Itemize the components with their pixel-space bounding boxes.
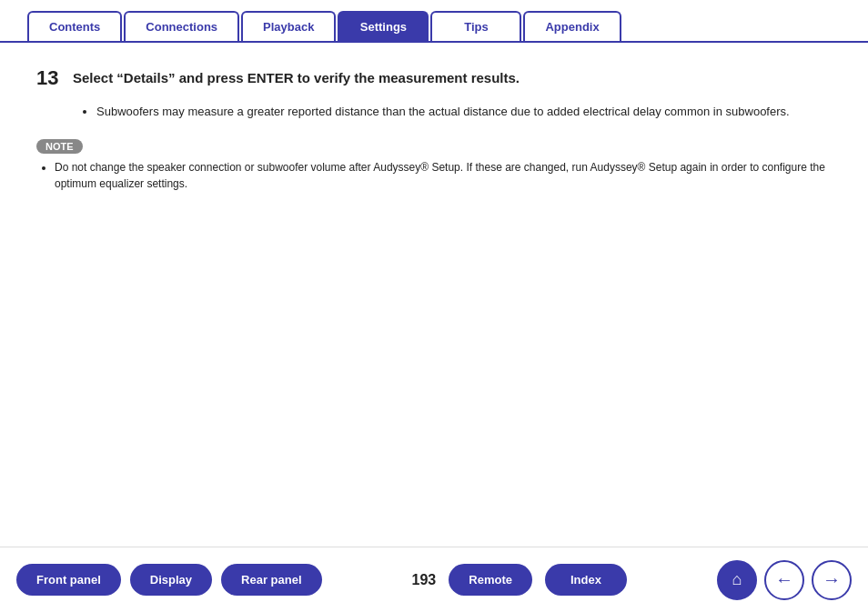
home-icon: ⌂ (732, 570, 742, 589)
bottom-right: ⌂ ← → (717, 560, 852, 600)
tab-settings[interactable]: Settings (338, 11, 429, 41)
bottom-bar: Front panel Display Rear panel 193 Remot… (0, 547, 868, 612)
back-icon: ← (775, 569, 793, 590)
nav-tabs: Contents Connections Playback Settings T… (0, 0, 868, 43)
remote-button[interactable]: Remote (449, 564, 532, 596)
home-button[interactable]: ⌂ (717, 560, 757, 600)
bottom-left: Front panel Display Rear panel (16, 564, 322, 596)
rear-panel-button[interactable]: Rear panel (221, 564, 321, 596)
back-button[interactable]: ← (764, 560, 804, 600)
tab-playback[interactable]: Playback (241, 11, 336, 41)
main-content: 13 Select “Details” and press ENTER to v… (0, 43, 868, 214)
tab-connections[interactable]: Connections (124, 11, 239, 41)
display-button[interactable]: Display (130, 564, 212, 596)
tab-appendix[interactable]: Appendix (523, 11, 621, 41)
note-item-0: Do not change the speaker connection or … (55, 159, 832, 192)
forward-button[interactable]: → (812, 560, 852, 600)
step-number: 13 (36, 66, 73, 90)
page-number: 193 (412, 572, 437, 588)
note-section: NOTE Do not change the speaker connectio… (36, 139, 832, 192)
step-bullet-0: Subwoofers may measure a greater reporte… (96, 103, 832, 121)
tab-contents[interactable]: Contents (27, 11, 122, 41)
step-block: 13 Select “Details” and press ENTER to v… (36, 68, 832, 90)
tab-tips[interactable]: Tips (430, 11, 521, 41)
index-button[interactable]: Index (545, 564, 627, 596)
step-bullets: Subwoofers may measure a greater reporte… (82, 103, 832, 121)
step-title: Select “Details” and press ENTER to veri… (73, 68, 520, 87)
front-panel-button[interactable]: Front panel (16, 564, 121, 596)
forward-icon: → (823, 569, 841, 590)
bottom-center: 193 Remote Index (412, 564, 627, 596)
note-badge: NOTE (36, 139, 83, 154)
note-content: Do not change the speaker connection or … (36, 159, 832, 192)
